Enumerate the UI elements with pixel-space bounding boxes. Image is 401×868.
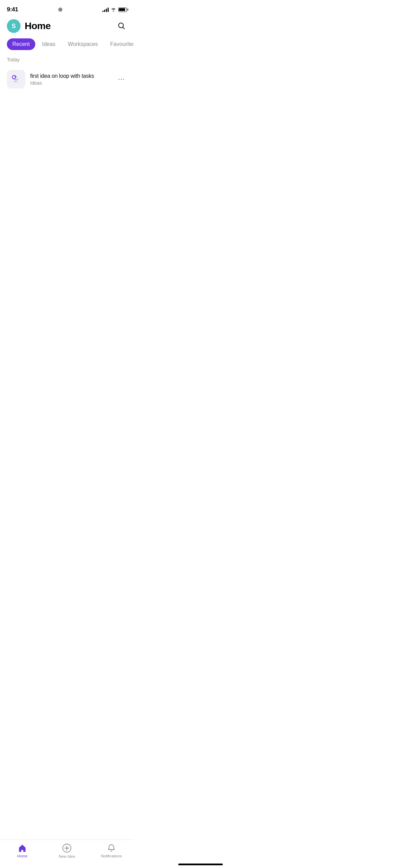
tab-recent[interactable]: Recent: [7, 38, 35, 50]
search-button[interactable]: [116, 20, 127, 32]
item-subtitle: Ideas: [30, 80, 116, 86]
avatar[interactable]: S: [7, 19, 21, 33]
item-more-button[interactable]: ···: [116, 73, 127, 85]
tab-ideas[interactable]: Ideas: [37, 38, 61, 50]
wifi-icon: [111, 8, 116, 12]
svg-rect-3: [14, 79, 18, 80]
tabs-bar: Recent Ideas Workspaces Favourites: [0, 38, 134, 50]
tab-favourites[interactable]: Favourites: [105, 38, 134, 50]
section-today: Today: [0, 57, 134, 62]
tab-workspaces[interactable]: Workspaces: [62, 38, 104, 50]
item-info: first idea on loop with tasks Ideas: [30, 73, 116, 86]
header: S Home: [0, 16, 134, 38]
status-time: 9:41: [7, 6, 18, 13]
status-icons: [102, 7, 127, 12]
svg-line-1: [123, 27, 125, 29]
camera-dot: [58, 8, 62, 12]
header-left: S Home: [7, 19, 51, 33]
search-icon: [117, 22, 125, 30]
page-title: Home: [25, 21, 51, 32]
list-item[interactable]: first idea on loop with tasks Ideas ···: [0, 67, 134, 92]
idea-file-icon: [10, 73, 22, 85]
item-icon: [7, 70, 25, 88]
status-bar: 9:41: [0, 0, 134, 16]
battery-icon: [118, 8, 127, 12]
svg-rect-4: [14, 81, 17, 82]
signal-icon: [102, 7, 109, 12]
item-title: first idea on loop with tasks: [30, 73, 116, 79]
